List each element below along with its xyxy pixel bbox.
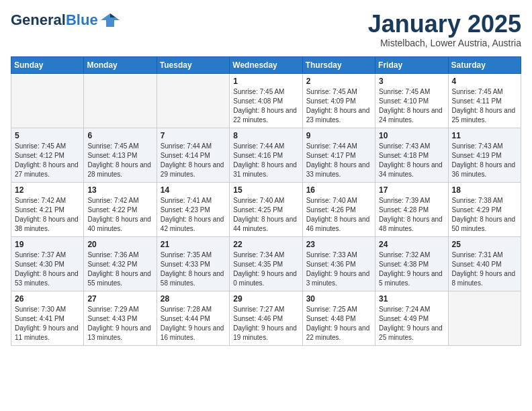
- day-info: Sunrise: 7:44 AM Sunset: 4:17 PM Dayligh…: [306, 142, 371, 179]
- day-header-thursday: Thursday: [302, 56, 375, 73]
- day-info: Sunrise: 7:45 AM Sunset: 4:08 PM Dayligh…: [233, 87, 298, 125]
- calendar-cell: [84, 73, 157, 128]
- day-number: 16: [306, 185, 371, 195]
- day-header-monday: Monday: [84, 56, 157, 73]
- day-number: 21: [161, 240, 226, 249]
- day-info: Sunrise: 7:44 AM Sunset: 4:14 PM Dayligh…: [161, 142, 226, 179]
- day-info: Sunrise: 7:29 AM Sunset: 4:43 PM Dayligh…: [87, 305, 152, 342]
- calendar-cell: 10Sunrise: 7:43 AM Sunset: 4:18 PM Dayli…: [375, 128, 448, 182]
- calendar-cell: 17Sunrise: 7:39 AM Sunset: 4:28 PM Dayli…: [375, 182, 448, 236]
- calendar-week-row: 1Sunrise: 7:45 AM Sunset: 4:08 PM Daylig…: [11, 73, 521, 128]
- day-number: 12: [15, 185, 80, 195]
- calendar-cell: 16Sunrise: 7:40 AM Sunset: 4:26 PM Dayli…: [302, 182, 375, 236]
- day-number: 29: [233, 294, 298, 304]
- day-number: 11: [452, 131, 517, 140]
- month-title: January 2025: [368, 11, 521, 38]
- day-info: Sunrise: 7:43 AM Sunset: 4:19 PM Dayligh…: [452, 142, 517, 179]
- logo-text: GeneralBlue: [11, 11, 98, 29]
- day-info: Sunrise: 7:36 AM Sunset: 4:32 PM Dayligh…: [87, 250, 152, 288]
- day-number: 7: [161, 131, 226, 140]
- day-number: 26: [15, 294, 80, 304]
- calendar-cell: 30Sunrise: 7:25 AM Sunset: 4:48 PM Dayli…: [302, 291, 375, 345]
- calendar-cell: 28Sunrise: 7:28 AM Sunset: 4:44 PM Dayli…: [157, 291, 229, 345]
- day-number: 2: [306, 77, 371, 86]
- calendar-cell: [11, 73, 84, 128]
- calendar-cell: [157, 73, 229, 128]
- calendar-cell: 14Sunrise: 7:41 AM Sunset: 4:23 PM Dayli…: [157, 182, 229, 236]
- calendar-cell: 22Sunrise: 7:34 AM Sunset: 4:35 PM Dayli…: [230, 236, 302, 291]
- calendar-cell: 7Sunrise: 7:44 AM Sunset: 4:14 PM Daylig…: [157, 128, 229, 182]
- day-info: Sunrise: 7:28 AM Sunset: 4:44 PM Dayligh…: [161, 305, 226, 342]
- day-number: 9: [306, 131, 371, 140]
- day-info: Sunrise: 7:27 AM Sunset: 4:46 PM Dayligh…: [233, 305, 298, 342]
- calendar-cell: 31Sunrise: 7:24 AM Sunset: 4:49 PM Dayli…: [375, 291, 448, 345]
- calendar-cell: 19Sunrise: 7:37 AM Sunset: 4:30 PM Dayli…: [11, 236, 84, 291]
- calendar-cell: 15Sunrise: 7:40 AM Sunset: 4:25 PM Dayli…: [230, 182, 302, 236]
- day-info: Sunrise: 7:45 AM Sunset: 4:10 PM Dayligh…: [379, 87, 444, 125]
- calendar-week-row: 26Sunrise: 7:30 AM Sunset: 4:41 PM Dayli…: [11, 291, 521, 345]
- page-header: GeneralBlue January 2025 Mistelbach, Low…: [11, 11, 521, 48]
- day-number: 30: [306, 294, 371, 304]
- day-info: Sunrise: 7:34 AM Sunset: 4:35 PM Dayligh…: [233, 250, 298, 288]
- day-number: 23: [306, 240, 371, 249]
- logo-bird-icon: [101, 11, 120, 30]
- day-info: Sunrise: 7:35 AM Sunset: 4:33 PM Dayligh…: [161, 250, 226, 288]
- location-title: Mistelbach, Lower Austria, Austria: [368, 38, 521, 48]
- day-number: 6: [87, 131, 152, 140]
- title-block: January 2025 Mistelbach, Lower Austria, …: [368, 11, 521, 48]
- calendar-cell: 24Sunrise: 7:32 AM Sunset: 4:38 PM Dayli…: [375, 236, 448, 291]
- calendar-cell: 9Sunrise: 7:44 AM Sunset: 4:17 PM Daylig…: [302, 128, 375, 182]
- calendar-week-row: 19Sunrise: 7:37 AM Sunset: 4:30 PM Dayli…: [11, 236, 521, 291]
- day-header-friday: Friday: [375, 56, 448, 73]
- day-info: Sunrise: 7:45 AM Sunset: 4:11 PM Dayligh…: [452, 87, 517, 125]
- day-number: 3: [379, 77, 444, 86]
- day-number: 4: [452, 77, 517, 86]
- calendar-cell: 5Sunrise: 7:45 AM Sunset: 4:12 PM Daylig…: [11, 128, 84, 182]
- day-info: Sunrise: 7:24 AM Sunset: 4:49 PM Dayligh…: [379, 305, 444, 342]
- day-number: 14: [161, 185, 226, 195]
- calendar-cell: 29Sunrise: 7:27 AM Sunset: 4:46 PM Dayli…: [230, 291, 302, 345]
- day-info: Sunrise: 7:40 AM Sunset: 4:26 PM Dayligh…: [306, 196, 371, 234]
- day-number: 8: [233, 131, 298, 140]
- calendar-cell: 21Sunrise: 7:35 AM Sunset: 4:33 PM Dayli…: [157, 236, 229, 291]
- day-number: 22: [233, 240, 298, 249]
- day-number: 5: [15, 131, 80, 140]
- day-number: 24: [379, 240, 444, 249]
- calendar-table: SundayMondayTuesdayWednesdayThursdayFrid…: [11, 56, 521, 346]
- calendar-cell: 6Sunrise: 7:45 AM Sunset: 4:13 PM Daylig…: [84, 128, 157, 182]
- calendar-cell: 12Sunrise: 7:42 AM Sunset: 4:21 PM Dayli…: [11, 182, 84, 236]
- day-number: 20: [87, 240, 152, 249]
- day-info: Sunrise: 7:41 AM Sunset: 4:23 PM Dayligh…: [161, 196, 226, 234]
- day-number: 28: [161, 294, 226, 304]
- calendar-cell: 8Sunrise: 7:44 AM Sunset: 4:16 PM Daylig…: [230, 128, 302, 182]
- day-info: Sunrise: 7:37 AM Sunset: 4:30 PM Dayligh…: [15, 250, 80, 288]
- day-number: 25: [452, 240, 517, 249]
- day-info: Sunrise: 7:33 AM Sunset: 4:36 PM Dayligh…: [306, 250, 371, 288]
- calendar-cell: 4Sunrise: 7:45 AM Sunset: 4:11 PM Daylig…: [448, 73, 521, 128]
- day-info: Sunrise: 7:45 AM Sunset: 4:12 PM Dayligh…: [15, 142, 80, 179]
- calendar-week-row: 5Sunrise: 7:45 AM Sunset: 4:12 PM Daylig…: [11, 128, 521, 182]
- day-header-saturday: Saturday: [448, 56, 521, 73]
- day-number: 1: [233, 77, 298, 86]
- day-header-sunday: Sunday: [11, 56, 84, 73]
- calendar-cell: 2Sunrise: 7:45 AM Sunset: 4:09 PM Daylig…: [302, 73, 375, 128]
- day-info: Sunrise: 7:39 AM Sunset: 4:28 PM Dayligh…: [379, 196, 444, 234]
- day-info: Sunrise: 7:44 AM Sunset: 4:16 PM Dayligh…: [233, 142, 298, 179]
- calendar-cell: 3Sunrise: 7:45 AM Sunset: 4:10 PM Daylig…: [375, 73, 448, 128]
- day-number: 15: [233, 185, 298, 195]
- day-info: Sunrise: 7:45 AM Sunset: 4:13 PM Dayligh…: [87, 142, 152, 179]
- logo-icon: GeneralBlue: [11, 11, 120, 30]
- calendar-cell: 20Sunrise: 7:36 AM Sunset: 4:32 PM Dayli…: [84, 236, 157, 291]
- day-number: 10: [379, 131, 444, 140]
- day-info: Sunrise: 7:38 AM Sunset: 4:29 PM Dayligh…: [452, 196, 517, 234]
- calendar-cell: 26Sunrise: 7:30 AM Sunset: 4:41 PM Dayli…: [11, 291, 84, 345]
- calendar-cell: 25Sunrise: 7:31 AM Sunset: 4:40 PM Dayli…: [448, 236, 521, 291]
- day-info: Sunrise: 7:42 AM Sunset: 4:21 PM Dayligh…: [15, 196, 80, 234]
- day-number: 27: [87, 294, 152, 304]
- day-header-tuesday: Tuesday: [157, 56, 229, 73]
- calendar-cell: 13Sunrise: 7:42 AM Sunset: 4:22 PM Dayli…: [84, 182, 157, 236]
- calendar-week-row: 12Sunrise: 7:42 AM Sunset: 4:21 PM Dayli…: [11, 182, 521, 236]
- logo: GeneralBlue: [11, 11, 120, 30]
- day-number: 19: [15, 240, 80, 249]
- day-info: Sunrise: 7:42 AM Sunset: 4:22 PM Dayligh…: [87, 196, 152, 234]
